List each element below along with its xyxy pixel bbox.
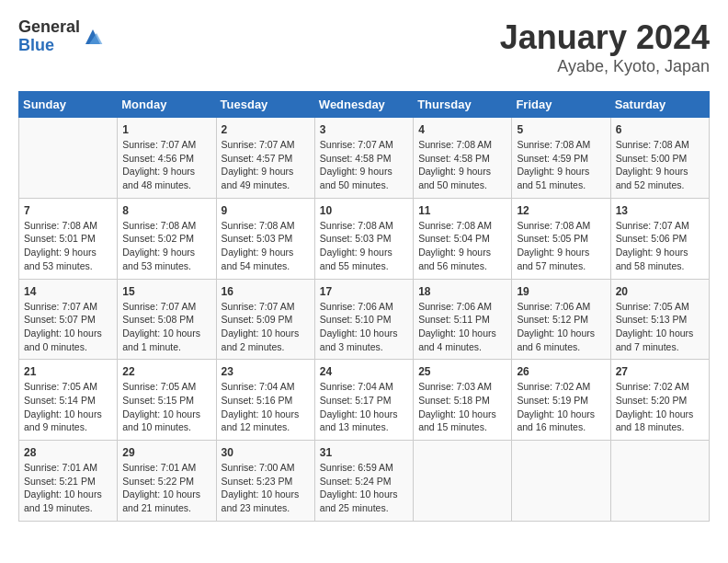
calendar-week-3: 14Sunrise: 7:07 AM Sunset: 5:07 PM Dayli…	[19, 279, 710, 360]
calendar-cell: 27Sunrise: 7:02 AM Sunset: 5:20 PM Dayli…	[610, 360, 709, 441]
day-info: Sunrise: 7:02 AM Sunset: 5:20 PM Dayligh…	[616, 380, 704, 434]
header-saturday: Saturday	[610, 92, 709, 118]
calendar-cell: 14Sunrise: 7:07 AM Sunset: 5:07 PM Dayli…	[19, 279, 118, 360]
day-number: 6	[616, 123, 704, 136]
calendar-cell: 3Sunrise: 7:07 AM Sunset: 4:58 PM Daylig…	[314, 118, 413, 199]
day-number: 11	[418, 204, 506, 217]
day-number: 18	[418, 285, 506, 298]
day-info: Sunrise: 7:07 AM Sunset: 5:09 PM Dayligh…	[222, 300, 310, 354]
day-info: Sunrise: 7:07 AM Sunset: 4:56 PM Dayligh…	[122, 138, 210, 192]
day-number: 5	[517, 123, 605, 136]
logo-general-text: General	[18, 18, 80, 37]
day-number: 17	[320, 285, 408, 298]
day-info: Sunrise: 7:04 AM Sunset: 5:17 PM Dayligh…	[320, 380, 408, 434]
header-wednesday: Wednesday	[314, 92, 413, 118]
calendar-header-row: SundayMondayTuesdayWednesdayThursdayFrid…	[19, 92, 710, 118]
day-number: 7	[24, 204, 112, 217]
day-info: Sunrise: 7:07 AM Sunset: 4:57 PM Dayligh…	[222, 138, 310, 192]
header-tuesday: Tuesday	[216, 92, 314, 118]
calendar-cell: 26Sunrise: 7:02 AM Sunset: 5:19 PM Dayli…	[512, 360, 610, 441]
calendar-cell: 17Sunrise: 7:06 AM Sunset: 5:10 PM Dayli…	[314, 279, 413, 360]
calendar-cell: 9Sunrise: 7:08 AM Sunset: 5:03 PM Daylig…	[216, 198, 314, 279]
logo-icon	[82, 26, 104, 48]
day-number: 15	[122, 285, 210, 298]
header-sunday: Sunday	[19, 92, 118, 118]
calendar-cell: 10Sunrise: 7:08 AM Sunset: 5:03 PM Dayli…	[314, 198, 413, 279]
calendar-cell	[414, 441, 512, 522]
calendar-cell: 1Sunrise: 7:07 AM Sunset: 4:56 PM Daylig…	[118, 118, 216, 199]
page-subtitle: Ayabe, Kyoto, Japan	[500, 57, 710, 76]
title-block: January 2024 Ayabe, Kyoto, Japan	[500, 18, 710, 76]
page-title: January 2024	[500, 18, 710, 57]
day-number: 16	[222, 285, 310, 298]
day-number: 8	[122, 204, 210, 217]
calendar-cell: 31Sunrise: 6:59 AM Sunset: 5:24 PM Dayli…	[314, 441, 413, 522]
day-info: Sunrise: 7:08 AM Sunset: 4:58 PM Dayligh…	[418, 138, 506, 192]
day-number: 27	[616, 365, 704, 378]
day-info: Sunrise: 7:06 AM Sunset: 5:12 PM Dayligh…	[517, 300, 605, 354]
day-info: Sunrise: 7:07 AM Sunset: 5:07 PM Dayligh…	[24, 300, 112, 354]
day-info: Sunrise: 7:02 AM Sunset: 5:19 PM Dayligh…	[517, 380, 605, 434]
day-number: 24	[320, 365, 408, 378]
day-number: 30	[222, 446, 310, 459]
day-number: 13	[616, 204, 704, 217]
calendar-cell: 18Sunrise: 7:06 AM Sunset: 5:11 PM Dayli…	[414, 279, 512, 360]
day-info: Sunrise: 7:07 AM Sunset: 5:06 PM Dayligh…	[616, 219, 704, 273]
header-monday: Monday	[118, 92, 216, 118]
calendar-cell: 6Sunrise: 7:08 AM Sunset: 5:00 PM Daylig…	[610, 118, 709, 199]
calendar-cell: 2Sunrise: 7:07 AM Sunset: 4:57 PM Daylig…	[216, 118, 314, 199]
day-info: Sunrise: 6:59 AM Sunset: 5:24 PM Dayligh…	[320, 461, 408, 515]
day-number: 22	[122, 365, 210, 378]
day-number: 23	[222, 365, 310, 378]
calendar-table: SundayMondayTuesdayWednesdayThursdayFrid…	[18, 91, 710, 522]
page-header: General Blue January 2024 Ayabe, Kyoto, …	[18, 18, 710, 76]
calendar-cell: 24Sunrise: 7:04 AM Sunset: 5:17 PM Dayli…	[314, 360, 413, 441]
day-number: 12	[517, 204, 605, 217]
day-info: Sunrise: 7:06 AM Sunset: 5:11 PM Dayligh…	[418, 300, 506, 354]
day-number: 29	[122, 446, 210, 459]
header-friday: Friday	[512, 92, 610, 118]
day-info: Sunrise: 7:07 AM Sunset: 5:08 PM Dayligh…	[122, 300, 210, 354]
calendar-week-1: 1Sunrise: 7:07 AM Sunset: 4:56 PM Daylig…	[19, 118, 710, 199]
day-number: 25	[418, 365, 506, 378]
day-info: Sunrise: 7:00 AM Sunset: 5:23 PM Dayligh…	[222, 461, 310, 515]
day-info: Sunrise: 7:03 AM Sunset: 5:18 PM Dayligh…	[418, 380, 506, 434]
day-info: Sunrise: 7:05 AM Sunset: 5:14 PM Dayligh…	[24, 380, 112, 434]
calendar-cell: 25Sunrise: 7:03 AM Sunset: 5:18 PM Dayli…	[414, 360, 512, 441]
calendar-cell	[610, 441, 709, 522]
day-number: 4	[418, 123, 506, 136]
calendar-cell: 30Sunrise: 7:00 AM Sunset: 5:23 PM Dayli…	[216, 441, 314, 522]
day-info: Sunrise: 7:08 AM Sunset: 5:00 PM Dayligh…	[616, 138, 704, 192]
day-info: Sunrise: 7:07 AM Sunset: 4:58 PM Dayligh…	[320, 138, 408, 192]
calendar-cell: 13Sunrise: 7:07 AM Sunset: 5:06 PM Dayli…	[610, 198, 709, 279]
calendar-cell: 4Sunrise: 7:08 AM Sunset: 4:58 PM Daylig…	[414, 118, 512, 199]
calendar-cell: 15Sunrise: 7:07 AM Sunset: 5:08 PM Dayli…	[118, 279, 216, 360]
calendar-cell: 20Sunrise: 7:05 AM Sunset: 5:13 PM Dayli…	[610, 279, 709, 360]
day-info: Sunrise: 7:05 AM Sunset: 5:15 PM Dayligh…	[122, 380, 210, 434]
calendar-cell	[512, 441, 610, 522]
day-number: 31	[320, 446, 408, 459]
calendar-cell: 7Sunrise: 7:08 AM Sunset: 5:01 PM Daylig…	[19, 198, 118, 279]
calendar-cell: 28Sunrise: 7:01 AM Sunset: 5:21 PM Dayli…	[19, 441, 118, 522]
calendar-cell: 5Sunrise: 7:08 AM Sunset: 4:59 PM Daylig…	[512, 118, 610, 199]
day-info: Sunrise: 7:08 AM Sunset: 5:02 PM Dayligh…	[122, 219, 210, 273]
calendar-cell: 19Sunrise: 7:06 AM Sunset: 5:12 PM Dayli…	[512, 279, 610, 360]
calendar-cell: 22Sunrise: 7:05 AM Sunset: 5:15 PM Dayli…	[118, 360, 216, 441]
day-info: Sunrise: 7:08 AM Sunset: 5:05 PM Dayligh…	[517, 219, 605, 273]
day-info: Sunrise: 7:08 AM Sunset: 4:59 PM Dayligh…	[517, 138, 605, 192]
day-number: 26	[517, 365, 605, 378]
day-number: 9	[222, 204, 310, 217]
day-info: Sunrise: 7:05 AM Sunset: 5:13 PM Dayligh…	[616, 300, 704, 354]
day-info: Sunrise: 7:01 AM Sunset: 5:22 PM Dayligh…	[122, 461, 210, 515]
calendar-cell: 16Sunrise: 7:07 AM Sunset: 5:09 PM Dayli…	[216, 279, 314, 360]
day-info: Sunrise: 7:08 AM Sunset: 5:03 PM Dayligh…	[320, 219, 408, 273]
calendar-week-5: 28Sunrise: 7:01 AM Sunset: 5:21 PM Dayli…	[19, 441, 710, 522]
day-number: 2	[222, 123, 310, 136]
logo: General Blue	[18, 18, 104, 55]
day-number: 19	[517, 285, 605, 298]
day-number: 28	[24, 446, 112, 459]
day-info: Sunrise: 7:08 AM Sunset: 5:03 PM Dayligh…	[222, 219, 310, 273]
day-number: 14	[24, 285, 112, 298]
calendar-cell: 11Sunrise: 7:08 AM Sunset: 5:04 PM Dayli…	[414, 198, 512, 279]
calendar-cell: 8Sunrise: 7:08 AM Sunset: 5:02 PM Daylig…	[118, 198, 216, 279]
